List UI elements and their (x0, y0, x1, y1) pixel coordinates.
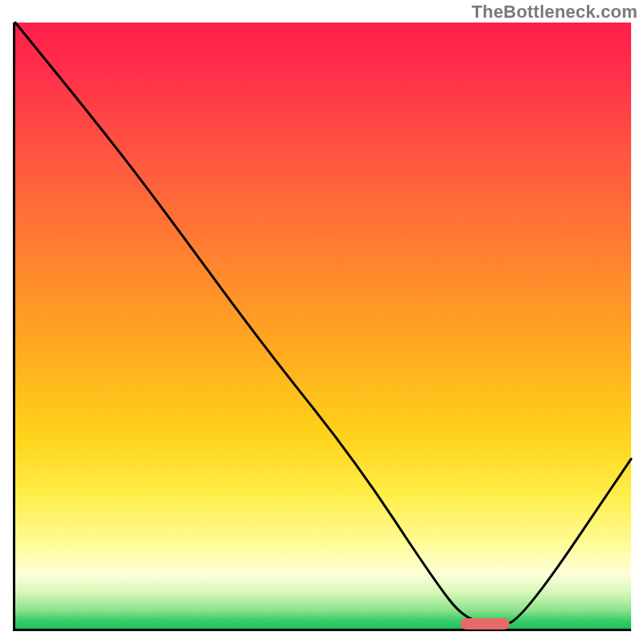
chart-container: TheBottleneck.com (0, 0, 644, 644)
watermark-text: TheBottleneck.com (472, 2, 638, 23)
curve-layer (15, 23, 631, 629)
curve-path (15, 23, 631, 623)
plot-area (13, 23, 631, 631)
highlight-marker (460, 618, 510, 630)
